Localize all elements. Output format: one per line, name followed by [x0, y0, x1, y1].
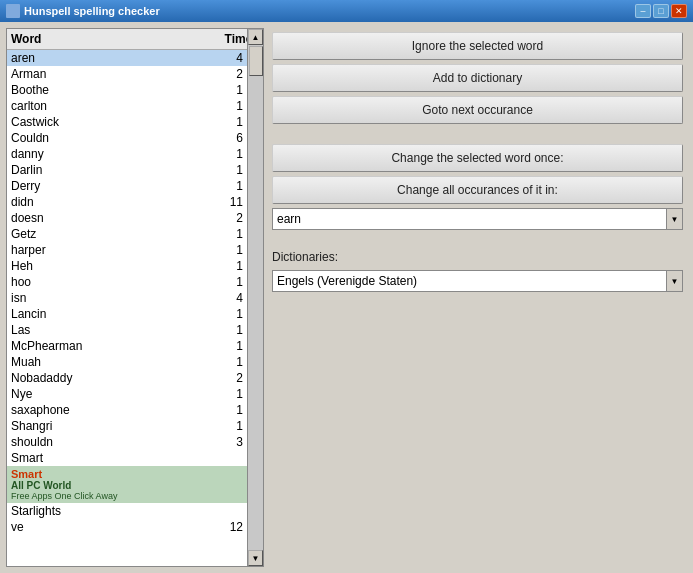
times-cell: 2: [193, 211, 243, 225]
minimize-button[interactable]: –: [635, 4, 651, 18]
table-row[interactable]: Muah1: [7, 354, 247, 370]
word-cell: Shangri: [11, 419, 193, 433]
table-row[interactable]: Smart: [7, 450, 247, 466]
times-cell: 1: [193, 147, 243, 161]
times-cell: 1: [193, 99, 243, 113]
dictionaries-dropdown[interactable]: Engels (Verenigde Staten) ▼: [272, 270, 683, 292]
table-row[interactable]: Nye1: [7, 386, 247, 402]
table-row[interactable]: McPhearman1: [7, 338, 247, 354]
table-row[interactable]: Lancin1: [7, 306, 247, 322]
word-cell: harper: [11, 243, 193, 257]
word-cell: Arman: [11, 67, 193, 81]
scroll-down-button[interactable]: ▼: [248, 550, 263, 566]
times-cell: 1: [193, 419, 243, 433]
table-row[interactable]: saxaphone1: [7, 402, 247, 418]
table-row[interactable]: Castwick1: [7, 114, 247, 130]
change-once-button[interactable]: Change the selected word once:: [272, 144, 683, 172]
table-header: Word Times: [7, 29, 263, 50]
separator2: [272, 234, 683, 246]
close-button[interactable]: ✕: [671, 4, 687, 18]
word-cell: Nye: [11, 387, 193, 401]
word-cell: Heh: [11, 259, 193, 273]
window-title: Hunspell spelling checker: [24, 5, 160, 17]
times-cell: [193, 451, 243, 465]
main-content: Word Times aren4Arman2Boothe1carlton1Cas…: [0, 22, 693, 573]
app-icon: [6, 4, 20, 18]
times-cell: 1: [193, 163, 243, 177]
add-dictionary-button[interactable]: Add to dictionary: [272, 64, 683, 92]
times-cell: 12: [193, 520, 243, 534]
word-cell: McPhearman: [11, 339, 193, 353]
times-cell: 6: [193, 131, 243, 145]
word-cell: Getz: [11, 227, 193, 241]
times-cell: 4: [193, 51, 243, 65]
word-cell: Darlin: [11, 163, 193, 177]
times-cell: 3: [193, 435, 243, 449]
dictionaries-dropdown-value: Engels (Verenigde Staten): [277, 274, 678, 288]
times-cell: 1: [193, 243, 243, 257]
times-cell: 1: [193, 403, 243, 417]
table-row[interactable]: Las1: [7, 322, 247, 338]
word-cell: Starlights: [11, 504, 193, 518]
watermark-line2: All PC World: [11, 480, 243, 491]
scrollbar[interactable]: ▲ ▼: [247, 29, 263, 566]
table-row[interactable]: shouldn3: [7, 434, 247, 450]
table-row[interactable]: Boothe1: [7, 82, 247, 98]
table-row[interactable]: Arman2: [7, 66, 247, 82]
times-cell: 1: [193, 227, 243, 241]
word-list-panel: Word Times aren4Arman2Boothe1carlton1Cas…: [6, 28, 264, 567]
times-cell: 2: [193, 371, 243, 385]
dictionaries-dropdown-arrow[interactable]: ▼: [666, 271, 682, 291]
word-cell: danny: [11, 147, 193, 161]
times-cell: 1: [193, 307, 243, 321]
table-row[interactable]: Getz1: [7, 226, 247, 242]
table-row[interactable]: Heh1: [7, 258, 247, 274]
table-row[interactable]: Starlights: [7, 503, 247, 519]
table-row[interactable]: Nobadaddy2: [7, 370, 247, 386]
title-bar-left: Hunspell spelling checker: [6, 4, 160, 18]
title-bar: Hunspell spelling checker – □ ✕: [0, 0, 693, 22]
times-cell: 1: [193, 275, 243, 289]
watermark-subtext: Free Apps One Click Away: [11, 491, 243, 501]
table-row[interactable]: danny1: [7, 146, 247, 162]
word-cell: Lancin: [11, 307, 193, 321]
ignore-button[interactable]: Ignore the selected word: [272, 32, 683, 60]
word-dropdown-value: earn: [277, 212, 678, 226]
times-cell: 1: [193, 179, 243, 193]
table-row[interactable]: ve12: [7, 519, 247, 535]
goto-next-button[interactable]: Goto next occurance: [272, 96, 683, 124]
times-cell: [193, 504, 243, 518]
table-row[interactable]: Derry1: [7, 178, 247, 194]
times-cell: 1: [193, 83, 243, 97]
dictionaries-label: Dictionaries:: [272, 250, 683, 264]
table-row[interactable]: didn11: [7, 194, 247, 210]
table-row[interactable]: hoo1: [7, 274, 247, 290]
word-cell: doesn: [11, 211, 193, 225]
scroll-up-button[interactable]: ▲: [248, 29, 263, 45]
table-row[interactable]: harper1: [7, 242, 247, 258]
word-dropdown-arrow[interactable]: ▼: [666, 209, 682, 229]
table-row[interactable]: Couldn6: [7, 130, 247, 146]
word-cell: carlton: [11, 99, 193, 113]
table-row[interactable]: Shangri1: [7, 418, 247, 434]
right-panel: Ignore the selected word Add to dictiona…: [268, 28, 687, 567]
table-row[interactable]: doesn2: [7, 210, 247, 226]
table-row[interactable]: isn4: [7, 290, 247, 306]
separator1: [272, 128, 683, 140]
word-dropdown[interactable]: earn ▼: [272, 208, 683, 230]
word-cell: didn: [11, 195, 193, 209]
times-cell: 1: [193, 323, 243, 337]
word-table-body[interactable]: aren4Arman2Boothe1carlton1Castwick1Could…: [7, 50, 263, 566]
scroll-thumb[interactable]: [249, 46, 263, 76]
maximize-button[interactable]: □: [653, 4, 669, 18]
word-cell: isn: [11, 291, 193, 305]
table-row[interactable]: aren4: [7, 50, 247, 66]
word-cell: ve: [11, 520, 193, 534]
word-cell: saxaphone: [11, 403, 193, 417]
times-cell: 1: [193, 339, 243, 353]
table-row[interactable]: carlton1: [7, 98, 247, 114]
table-row[interactable]: Darlin1: [7, 162, 247, 178]
watermark-line1: Smart: [11, 468, 243, 480]
change-all-button[interactable]: Change all occurances of it in:: [272, 176, 683, 204]
word-cell: Las: [11, 323, 193, 337]
